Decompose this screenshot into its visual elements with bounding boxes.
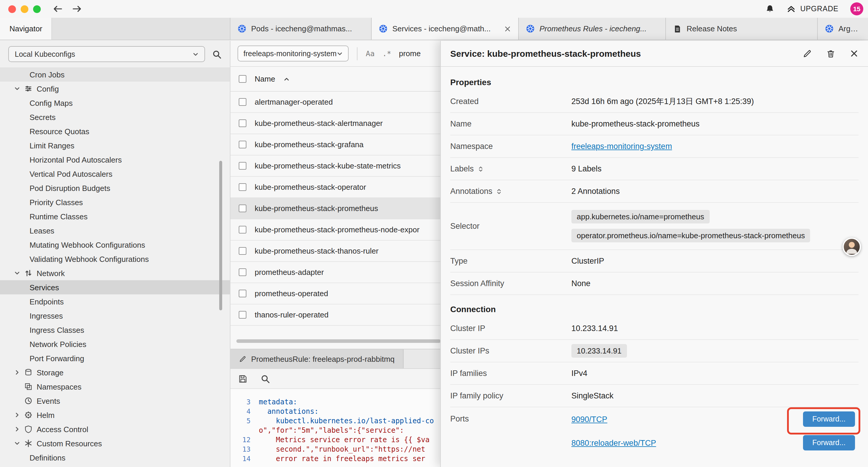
tab-strip-spacer [52, 18, 230, 39]
sidebar-item-pod-disruption-budgets[interactable]: Pod Disruption Budgets [0, 181, 230, 195]
sidebar-item-leases[interactable]: Leases [0, 224, 230, 238]
minimize-window-button[interactable] [21, 5, 28, 13]
sidebar-item-helm[interactable]: Helm [0, 408, 230, 422]
tab-argo[interactable]: Argo Se [818, 18, 868, 39]
notifications-bell-icon[interactable] [766, 4, 775, 13]
helm-icon [24, 411, 32, 419]
namespaces-icon [24, 382, 32, 391]
sidebar-item-horizontal-pod-autoscalers[interactable]: Horizontal Pod Autoscalers [0, 152, 230, 167]
user-avatar[interactable] [843, 238, 861, 256]
sidebar-item-mutating-webhook-configurations[interactable]: Mutating Webhook Configurations [0, 238, 230, 252]
row-checkbox[interactable] [239, 205, 246, 212]
sidebar-search-icon[interactable] [212, 49, 222, 59]
detail-title: Service: kube-prometheus-stack-prometheu… [450, 49, 641, 59]
sidebar-item-definitions[interactable]: Definitions [0, 450, 230, 465]
sidebar-item-ingresses[interactable]: Ingresses [0, 309, 230, 323]
delete-trash-icon[interactable] [826, 49, 836, 58]
maximize-window-button[interactable] [33, 5, 41, 13]
port-link-8080[interactable]: 8080:reloader-web/TCP [571, 438, 656, 447]
regex-toggle[interactable]: .* [382, 49, 391, 58]
sidebar-item-custom-resources[interactable]: Custom Resources [0, 436, 230, 450]
sidebar-item-runtime-classes[interactable]: Runtime Classes [0, 209, 230, 224]
sidebar-item-priority-classes[interactable]: Priority Classes [0, 195, 230, 209]
row-checkbox[interactable] [239, 290, 246, 297]
sidebar-item-config-maps[interactable]: Config Maps [0, 96, 230, 110]
events-clock-icon [24, 397, 32, 405]
property-row-ip-family-policy: IP family policy SingleStack [450, 385, 859, 407]
row-checkbox[interactable] [239, 183, 246, 191]
forward-button[interactable]: Forward... [803, 411, 855, 427]
sidebar-item-secrets[interactable]: Secrets [0, 110, 230, 124]
expand-updown-icon[interactable] [477, 165, 484, 172]
editor-search-icon[interactable] [260, 374, 270, 383]
kubeconfig-row: Local Kubeconfigs [0, 41, 230, 67]
port-link-9090[interactable]: 9090/TCP [571, 415, 608, 424]
row-checkbox[interactable] [239, 226, 246, 233]
row-checkbox[interactable] [239, 268, 246, 276]
sidebar-item-endpoints[interactable]: Endpoints [0, 294, 230, 309]
sort-ascending-icon[interactable] [283, 76, 289, 82]
code-line: error rate in freeleaps metrics ser [259, 454, 426, 463]
navigator-sidebar: Local Kubeconfigs Cron Jobs Config Confi… [0, 41, 230, 467]
forward-arrow-icon[interactable] [72, 5, 82, 13]
detail-header-actions [802, 49, 859, 58]
tab-services[interactable]: Services - icecheng@math... [372, 18, 519, 39]
kubeconfig-selector[interactable]: Local Kubeconfigs [8, 46, 205, 62]
row-checkbox[interactable] [239, 141, 246, 148]
notification-count-badge[interactable]: 15 [850, 2, 863, 16]
sidebar-item-services[interactable]: Services [0, 280, 230, 294]
code-line: metadata: [259, 397, 297, 407]
sidebar-item-access-control[interactable]: Access Control [0, 422, 230, 436]
close-tab-icon[interactable] [504, 25, 511, 32]
sidebar-item-namespaces[interactable]: Namespaces [0, 380, 230, 394]
history-nav [53, 5, 82, 13]
horizontal-scrollbar[interactable] [236, 339, 441, 343]
sidebar-item-cron-jobs[interactable]: Cron Jobs [0, 67, 230, 82]
row-checkbox[interactable] [239, 247, 246, 255]
match-case-toggle[interactable]: Aa [366, 49, 375, 58]
select-all-checkbox[interactable] [239, 75, 246, 83]
tab-pods[interactable]: Pods - icecheng@mathmas... [230, 18, 372, 39]
property-row-selector: Selector app.kubernetes.io/name=promethe… [450, 203, 859, 250]
forward-button[interactable]: Forward... [803, 435, 855, 450]
sidebar-item-resource-quotas[interactable]: Resource Quotas [0, 124, 230, 138]
sidebar-item-storage[interactable]: Storage [0, 365, 230, 380]
titlebar-right: UPGRADE 15 [766, 2, 868, 16]
row-checkbox[interactable] [239, 162, 246, 170]
chevron-down-icon [337, 51, 343, 56]
property-row-type: Type ClusterIP [450, 250, 859, 272]
tab-prometheus-rules[interactable]: Prometheus Rules - icecheng... [519, 18, 666, 39]
namespace-link[interactable]: freeleaps-monitoring-system [571, 142, 672, 151]
sidebar-item-port-forwarding[interactable]: Port Forwarding [0, 351, 230, 365]
search-input[interactable]: prome [399, 49, 421, 58]
dock-tab-prometheusrule[interactable]: PrometheusRule: freeleaps-prod-rabbitmq [230, 349, 404, 368]
sidebar-item-validating-webhook-configurations[interactable]: Validating Webhook Configurations [0, 252, 230, 266]
row-checkbox[interactable] [239, 98, 246, 106]
sidebar-item-network[interactable]: Network [0, 266, 230, 280]
tab-release-notes[interactable]: Release Notes [666, 18, 818, 39]
selector-chip: operator.prometheus.io/name=kube-prometh… [571, 229, 810, 242]
namespace-filter-dropdown[interactable]: freeleaps-monitoring-system [238, 46, 349, 61]
sidebar-item-network-policies[interactable]: Network Policies [0, 337, 230, 351]
close-window-button[interactable] [8, 5, 16, 13]
code-line: annotations: [259, 407, 318, 416]
row-checkbox[interactable] [239, 311, 246, 319]
sidebar-item-ingress-classes[interactable]: Ingress Classes [0, 323, 230, 337]
code-line: o","for":"5m","labels":{"service": [259, 426, 404, 435]
name-column-header[interactable]: Name [255, 75, 275, 83]
sidebar-item-events[interactable]: Events [0, 394, 230, 408]
sidebar-item-config[interactable]: Config [0, 82, 230, 96]
close-panel-icon[interactable] [850, 49, 859, 58]
save-icon[interactable] [238, 374, 248, 383]
sidebar-item-limit-ranges[interactable]: Limit Ranges [0, 138, 230, 152]
edit-pencil-icon[interactable] [802, 49, 812, 58]
window-titlebar: UPGRADE 15 [0, 0, 868, 18]
expand-updown-icon[interactable] [496, 188, 502, 195]
upgrade-button[interactable]: UPGRADE [787, 4, 838, 13]
cluster-ip-chip: 10.233.14.91 [571, 344, 627, 358]
back-arrow-icon[interactable] [53, 5, 63, 13]
line-number: 4 [230, 407, 259, 416]
sidebar-scrollbar[interactable] [219, 161, 222, 310]
sidebar-item-vertical-pod-autoscalers[interactable]: Vertical Pod Autoscalers [0, 167, 230, 181]
row-checkbox[interactable] [239, 119, 246, 127]
